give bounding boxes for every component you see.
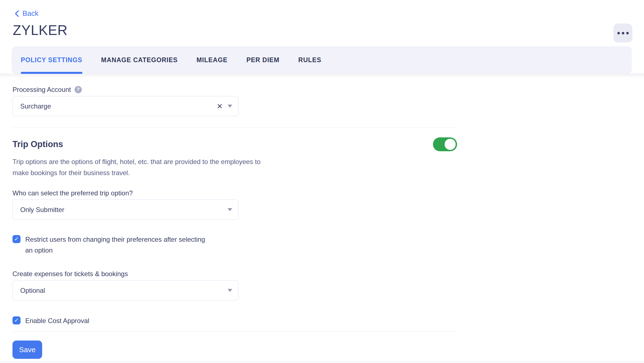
- preferred-trip-option-select[interactable]: Only Submitter: [12, 200, 239, 220]
- back-link[interactable]: Back: [14, 9, 39, 18]
- preferred-trip-option-value: Only Submitter: [20, 206, 228, 214]
- processing-account-label: Processing Account: [12, 85, 71, 94]
- restrict-preferences-label: Restrict users from changing their prefe…: [25, 234, 205, 256]
- toggle-knob: [445, 139, 456, 150]
- policy-settings-page: Back ZYLKER POLICY SETTINGS MANAGE CATEG…: [0, 0, 644, 363]
- divider: [12, 128, 457, 128]
- preferred-trip-option-label: Who can select the preferred trip option…: [12, 188, 457, 198]
- clear-icon[interactable]: ✕: [217, 103, 223, 110]
- back-chevron-icon: [14, 10, 19, 17]
- ellipsis-icon: [617, 32, 629, 34]
- description-line: make bookings for their business travel.: [12, 167, 320, 178]
- enable-cost-approval-checkbox[interactable]: ✓: [12, 316, 21, 324]
- tab-rules[interactable]: RULES: [298, 46, 321, 74]
- tab-manage-categories[interactable]: MANAGE CATEGORIES: [101, 46, 178, 74]
- trip-options-toggle[interactable]: [433, 137, 457, 151]
- tab-bar: POLICY SETTINGS MANAGE CATEGORIES MILEAG…: [12, 46, 632, 74]
- restrict-preferences-row[interactable]: ✓ Restrict users from changing their pre…: [12, 234, 457, 256]
- save-button[interactable]: Save: [12, 341, 42, 359]
- restrict-preferences-checkbox[interactable]: ✓: [12, 235, 21, 243]
- enable-cost-approval-row[interactable]: ✓ Enable Cost Approval: [12, 315, 457, 326]
- check-icon: ✓: [14, 317, 19, 323]
- check-icon: ✓: [14, 236, 19, 242]
- create-expenses-value: Optional: [20, 287, 228, 294]
- tab-mileage[interactable]: MILEAGE: [197, 46, 228, 74]
- processing-account-select[interactable]: Surcharge ✕: [12, 96, 239, 116]
- chevron-down-icon: [228, 105, 232, 108]
- divider: [12, 331, 457, 332]
- trip-options-title: Trip Options: [12, 139, 63, 149]
- enable-cost-approval-label: Enable Cost Approval: [25, 315, 89, 326]
- chevron-down-icon: [228, 208, 232, 211]
- page-title: ZYLKER: [13, 22, 68, 38]
- tabbar-shadow: [0, 74, 644, 77]
- bottom-edge-strip: [0, 361, 644, 363]
- trip-options-description: Trip options are the options of flight, …: [12, 156, 320, 178]
- help-icon[interactable]: ?: [75, 86, 82, 93]
- tab-per-diem[interactable]: PER DIEM: [246, 46, 279, 74]
- description-line: Trip options are the options of flight, …: [12, 156, 320, 167]
- policy-settings-content: Processing Account ? Surcharge ✕ Trip Op…: [12, 77, 457, 359]
- more-options-button[interactable]: [613, 24, 632, 42]
- create-expenses-label: Create expenses for tickets & bookings: [12, 269, 457, 279]
- chevron-down-icon: [228, 289, 232, 292]
- processing-account-value: Surcharge: [20, 102, 217, 110]
- back-label: Back: [22, 9, 39, 18]
- tab-policy-settings[interactable]: POLICY SETTINGS: [21, 46, 82, 74]
- create-expenses-select[interactable]: Optional: [12, 280, 239, 301]
